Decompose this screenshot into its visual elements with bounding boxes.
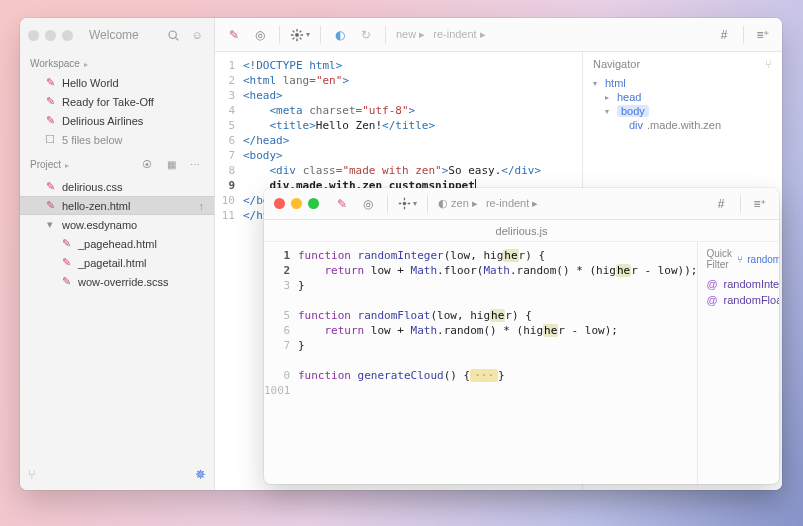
settings-icon[interactable]: ≡⁺ xyxy=(754,26,772,44)
reveal-icon[interactable]: ⦿ xyxy=(138,155,156,173)
html-file-icon: ✎ xyxy=(44,200,56,212)
toolbar: ✎ ◎ ▾ ◐ zen ▸ re-indent ▸ # ≡⁺ xyxy=(264,188,779,220)
titlebar: Welcome ☺ xyxy=(20,18,214,52)
fold-badge[interactable]: ··· xyxy=(470,369,498,382)
workspace-more[interactable]: ☐5 files below xyxy=(20,130,214,149)
svg-line-10 xyxy=(293,37,295,39)
globe-icon[interactable]: ◐ xyxy=(331,26,349,44)
hash-icon[interactable]: # xyxy=(712,195,730,213)
min-dot[interactable] xyxy=(291,198,302,209)
symbol-item[interactable]: @randomFloat xyxy=(706,292,779,308)
editor-body: 1 2 3 5 6 7 0 1001 function randomIntege… xyxy=(264,242,779,484)
filter-icon[interactable]: ⑂ xyxy=(737,254,743,265)
settings-icon[interactable]: ≡⁺ xyxy=(751,195,769,213)
search-icon[interactable] xyxy=(164,26,182,44)
compass-icon[interactable]: ✎ xyxy=(333,195,351,213)
upload-icon: ↑ xyxy=(199,200,205,212)
traffic-lights xyxy=(274,198,319,209)
sidebar: Welcome ☺ Workspace▸ ✎Hello World ✎Ready… xyxy=(20,18,215,490)
html-file-icon: ✎ xyxy=(60,238,72,250)
more-icon[interactable]: ⋯ xyxy=(186,155,204,173)
code-lines[interactable]: function randomInteger(low, higher) { re… xyxy=(298,248,697,484)
chevron-right-icon: ▸ xyxy=(65,161,69,170)
window-title: Welcome xyxy=(89,28,158,42)
folder-icon: ▾ xyxy=(44,219,56,231)
quick-filter-panel: Quick Filter ⑂ random ⓧ @randomInteger @… xyxy=(697,242,779,484)
compass-icon[interactable]: ✎ xyxy=(225,26,243,44)
svg-point-2 xyxy=(295,33,299,37)
traffic-lights xyxy=(28,30,73,41)
max-dot[interactable] xyxy=(62,30,73,41)
project-item[interactable]: ✎_pagehead.html xyxy=(20,234,214,253)
svg-point-11 xyxy=(403,202,407,206)
at-icon: @ xyxy=(706,278,717,290)
tab-bar: delirious.js xyxy=(264,220,779,242)
max-dot[interactable] xyxy=(308,198,319,209)
gear-icon[interactable]: ▾ xyxy=(398,195,417,213)
svg-point-0 xyxy=(169,31,176,38)
project-header[interactable]: Project▸ ⦿ ▦ ⋯ xyxy=(20,149,214,177)
filter-icon[interactable]: ⑂ xyxy=(765,58,772,70)
fold-triangle-icon[interactable]: ▸ xyxy=(300,368,305,383)
at-icon: @ xyxy=(706,294,717,306)
toolbar: ✎ ◎ ▾ ◐ ↻ new ▸ re-indent ▸ # ≡⁺ xyxy=(215,18,782,52)
pin-icon: ✎ xyxy=(44,77,56,89)
css-file-icon: ✎ xyxy=(44,181,56,193)
svg-line-9 xyxy=(300,30,302,32)
svg-line-8 xyxy=(300,37,302,39)
grid-icon[interactable]: ▦ xyxy=(162,155,180,173)
gear-icon[interactable]: ▾ xyxy=(290,26,310,44)
project-item[interactable]: ✎delirious.css xyxy=(20,177,214,196)
triangle-icon: ▾ xyxy=(593,79,601,88)
nav-node[interactable]: ▸head xyxy=(593,90,772,104)
target-icon[interactable]: ◎ xyxy=(251,26,269,44)
pin-icon: ✎ xyxy=(44,115,56,127)
hash-icon[interactable]: # xyxy=(715,26,733,44)
gutter: 1 2 3 5 6 7 0 1001 xyxy=(264,248,298,484)
nav-node[interactable]: ▾html xyxy=(593,76,772,90)
html-file-icon: ✎ xyxy=(60,257,72,269)
chevron-right-icon: ▸ xyxy=(84,60,88,69)
file-tab[interactable]: delirious.js xyxy=(496,225,548,237)
workspace-item[interactable]: ✎Ready for Take-Off xyxy=(20,92,214,111)
breadcrumb[interactable]: re-indent ▸ xyxy=(486,197,538,210)
breadcrumb[interactable]: re-indent ▸ xyxy=(433,28,485,41)
breadcrumb[interactable]: ◐ zen ▸ xyxy=(438,197,478,210)
project-item-selected[interactable]: ✎hello-zen.html↑ xyxy=(20,196,214,215)
css-file-icon: ✎ xyxy=(60,276,72,288)
project-folder[interactable]: ▾wow.esdynamo xyxy=(20,215,214,234)
pin-icon: ✎ xyxy=(44,96,56,108)
star-icon[interactable]: ✵ xyxy=(195,467,206,482)
svg-line-7 xyxy=(293,30,295,32)
stack-icon: ☐ xyxy=(44,134,56,146)
face-icon[interactable]: ☺ xyxy=(188,26,206,44)
filter-icon[interactable]: ⑂ xyxy=(28,467,36,482)
workspace-item[interactable]: ✎Hello World xyxy=(20,73,214,92)
gutter: 1234567891011 xyxy=(215,58,243,490)
secondary-window: ✎ ◎ ▾ ◐ zen ▸ re-indent ▸ # ≡⁺ delirious… xyxy=(264,188,779,484)
quick-filter-header: Quick Filter ⑂ random ⓧ xyxy=(706,248,779,270)
symbol-item[interactable]: @randomInteger xyxy=(706,276,779,292)
breadcrumb[interactable]: new ▸ xyxy=(396,28,425,41)
project-item[interactable]: ✎wow-override.scss xyxy=(20,272,214,291)
navigator-header: Navigator ⑂ xyxy=(593,58,772,70)
project-item[interactable]: ✎_pagetail.html xyxy=(20,253,214,272)
close-dot[interactable] xyxy=(274,198,285,209)
target-icon[interactable]: ◎ xyxy=(359,195,377,213)
close-dot[interactable] xyxy=(28,30,39,41)
nav-node[interactable]: div.made.with.zen xyxy=(593,118,772,132)
sidebar-footer: ⑂ ✵ xyxy=(20,459,214,490)
triangle-icon: ▾ xyxy=(605,107,613,116)
workspace-header[interactable]: Workspace▸ xyxy=(20,52,214,73)
nav-node-selected[interactable]: ▾body xyxy=(593,104,772,118)
code-area[interactable]: 1 2 3 5 6 7 0 1001 function randomIntege… xyxy=(264,242,697,484)
min-dot[interactable] xyxy=(45,30,56,41)
refresh-icon[interactable]: ↻ xyxy=(357,26,375,44)
svg-line-1 xyxy=(175,37,178,40)
workspace-item[interactable]: ✎Delirious Airlines xyxy=(20,111,214,130)
triangle-icon: ▸ xyxy=(605,93,613,102)
